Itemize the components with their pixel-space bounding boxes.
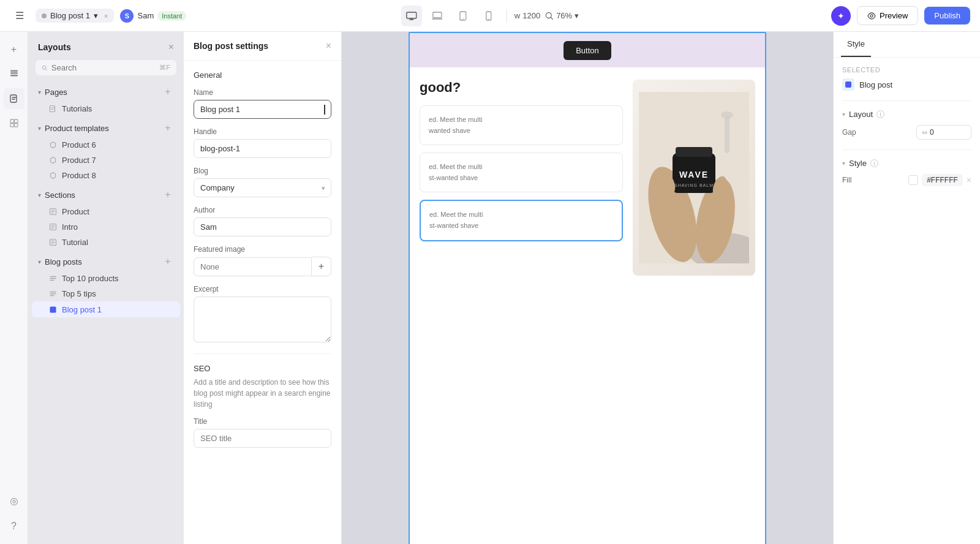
product-templates-add-button[interactable]: + bbox=[162, 122, 174, 134]
canvas-frame-outer: Button good? ed. Meet the multiwanted sh… bbox=[409, 32, 766, 544]
handle-input[interactable] bbox=[194, 139, 331, 158]
excerpt-form-group: Excerpt bbox=[194, 285, 331, 345]
svg-rect-36 bbox=[845, 81, 851, 88]
topbar-center: w 1200 76% ▾ bbox=[401, 6, 579, 26]
sidebar-add-button[interactable]: + bbox=[4, 39, 24, 60]
sidebar-close-button[interactable]: × bbox=[168, 42, 174, 53]
featured-image-form-group: Featured image + bbox=[194, 245, 331, 276]
sidebar-pages-button[interactable] bbox=[4, 88, 24, 109]
product-img-placeholder: WAVE SHAVING BALM bbox=[633, 80, 755, 276]
selected-section: Selected Blog post bbox=[842, 66, 971, 91]
seo-description: Add a title and description to see how t… bbox=[194, 377, 331, 410]
blog-posts-add-button[interactable]: + bbox=[162, 255, 174, 268]
fill-swatch[interactable] bbox=[908, 175, 918, 185]
search-input[interactable] bbox=[51, 63, 156, 72]
style-section-header[interactable]: ▾ Style i bbox=[842, 159, 971, 168]
sections-header[interactable]: ▾ Sections + bbox=[28, 186, 184, 204]
layout-section-header[interactable]: ▾ Layout i bbox=[842, 110, 971, 119]
product-templates-header[interactable]: ▾ Product templates + bbox=[28, 119, 184, 137]
intro-label: Intro bbox=[62, 222, 78, 232]
sections-add-button[interactable]: + bbox=[162, 189, 174, 201]
svg-rect-13 bbox=[14, 119, 18, 123]
canvas-frame[interactable]: Button good? ed. Meet the multiwanted sh… bbox=[410, 33, 765, 544]
sidebar-components-button[interactable] bbox=[4, 113, 24, 134]
svg-rect-8 bbox=[10, 72, 18, 74]
svg-rect-0 bbox=[407, 12, 417, 18]
search-bar[interactable]: ⌘F bbox=[36, 60, 176, 75]
tab-label: Blog post 1 bbox=[50, 11, 90, 20]
excerpt-textarea[interactable] bbox=[194, 297, 331, 342]
device-mobile-btn[interactable] bbox=[478, 6, 499, 26]
style-section: ▾ Style i Fill #FFFFFF × bbox=[842, 159, 971, 186]
sidebar-item-blogpost1[interactable]: Blog post 1 ··· bbox=[32, 301, 180, 317]
author-input[interactable] bbox=[194, 217, 331, 236]
name-input[interactable] bbox=[194, 100, 331, 119]
canvas-top-bar: Button bbox=[410, 33, 765, 67]
canvas-content: good? ed. Meet the multiwanted shave ed.… bbox=[410, 67, 765, 288]
ai-button[interactable]: ✦ bbox=[831, 6, 851, 26]
gap-input[interactable]: ⇔ 0 bbox=[916, 125, 971, 140]
featured-image-input[interactable] bbox=[194, 257, 312, 276]
handle-form-group: Handle bbox=[194, 127, 331, 158]
preview-button[interactable]: Preview bbox=[857, 6, 918, 25]
search-shortcut: ⌘F bbox=[159, 64, 170, 72]
sidebar-wrapper: + ? Layouts × ⌘F bbox=[0, 32, 184, 544]
sidebar-item-product6[interactable]: Product 6 bbox=[32, 137, 180, 153]
cursor-blink bbox=[324, 105, 325, 115]
sidebar-item-top5tips[interactable]: Top 5 tips bbox=[32, 286, 180, 301]
fill-remove-icon[interactable]: × bbox=[967, 175, 971, 185]
right-panel-tabs: Style bbox=[834, 32, 980, 58]
zoom-button[interactable]: 76% ▾ bbox=[545, 11, 579, 20]
svg-rect-14 bbox=[10, 124, 14, 127]
seo-title-input[interactable] bbox=[194, 429, 331, 448]
device-desktop-btn[interactable] bbox=[401, 6, 422, 26]
preview-label: Preview bbox=[880, 11, 908, 20]
settings-close-button[interactable]: × bbox=[326, 40, 331, 51]
publish-button[interactable]: Publish bbox=[924, 7, 970, 25]
sidebar-help-button[interactable]: ? bbox=[4, 516, 24, 537]
width-label: w bbox=[514, 11, 520, 20]
sections-label: ▾ Sections bbox=[38, 191, 75, 200]
svg-rect-15 bbox=[14, 124, 18, 127]
pages-section-header[interactable]: ▾ Pages + bbox=[28, 83, 184, 101]
device-tablet-btn[interactable] bbox=[453, 6, 473, 26]
author-form-group: Author bbox=[194, 206, 331, 236]
featured-image-label: Featured image bbox=[194, 245, 331, 254]
zoom-arrow: ▾ bbox=[575, 11, 579, 20]
sidebar-item-tutorials[interactable]: Tutorials bbox=[32, 101, 180, 116]
divider bbox=[194, 353, 331, 354]
tab-dropdown-icon: ▾ bbox=[94, 11, 98, 20]
pages-chevron: ▾ bbox=[38, 89, 41, 96]
layout-toggle-icon: ▾ bbox=[842, 111, 845, 118]
product-templates-section: ▾ Product templates + Product 6 Product … bbox=[28, 119, 184, 183]
canvas-post-card-2[interactable]: ed. Meet the multist-wanted shave bbox=[420, 153, 623, 192]
selected-item: Blog post bbox=[842, 78, 971, 91]
tab-pill[interactable]: Blog post 1 ▾ × bbox=[36, 9, 114, 23]
topbar-right: ✦ Preview Publish bbox=[831, 6, 970, 26]
blog-posts-chevron: ▾ bbox=[38, 259, 41, 265]
selected-item-label: Blog post bbox=[859, 80, 892, 89]
pages-add-button[interactable]: + bbox=[162, 86, 174, 98]
tutorial-label: Tutorial bbox=[62, 238, 88, 247]
featured-image-add-button[interactable]: + bbox=[312, 257, 331, 276]
top5tips-label: Top 5 tips bbox=[62, 289, 96, 298]
tab-style[interactable]: Style bbox=[841, 32, 871, 57]
sidebar-item-product-section[interactable]: Product bbox=[32, 204, 180, 219]
canvas-post-card-3[interactable]: ed. Meet the multist-wanted shave bbox=[420, 200, 623, 241]
device-laptop-btn[interactable] bbox=[427, 6, 448, 26]
blog-posts-header[interactable]: ▾ Blog posts + bbox=[28, 252, 184, 271]
sidebar-item-tutorial[interactable]: Tutorial bbox=[32, 235, 180, 250]
sidebar-layers-button[interactable] bbox=[4, 64, 24, 85]
canvas-post-card-1[interactable]: ed. Meet the multiwanted shave bbox=[420, 105, 623, 145]
sidebar-icons: + ? bbox=[0, 32, 28, 544]
sidebar-item-product8[interactable]: Product 8 bbox=[32, 168, 180, 183]
sidebar-item-product7[interactable]: Product 7 bbox=[32, 153, 180, 168]
sidebar-item-intro[interactable]: Intro bbox=[32, 219, 180, 235]
tab-close-icon[interactable]: × bbox=[104, 12, 108, 20]
blog-select[interactable]: Company News Updates bbox=[194, 178, 331, 197]
canvas-img-col: WAVE SHAVING BALM bbox=[633, 80, 755, 276]
canvas-button[interactable]: Button bbox=[564, 41, 611, 60]
hamburger-button[interactable]: ☰ bbox=[10, 6, 29, 26]
sidebar-settings-button[interactable] bbox=[4, 491, 24, 512]
sidebar-item-top10[interactable]: Top 10 products bbox=[32, 271, 180, 286]
